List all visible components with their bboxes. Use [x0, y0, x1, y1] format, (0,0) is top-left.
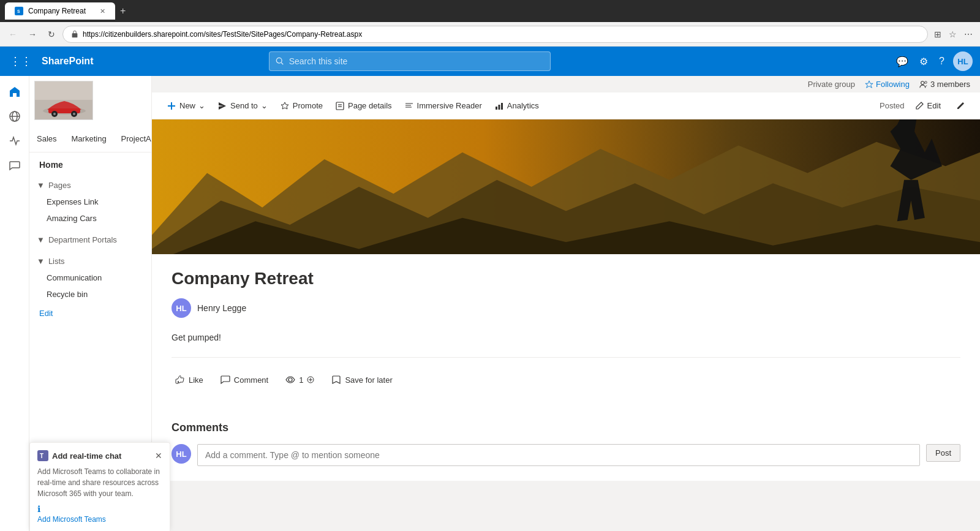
teams-panel-body: Add Microsoft Teams to collaborate in re…	[37, 466, 162, 499]
comment-button[interactable]: Comment	[217, 372, 272, 387]
sharepoint-header: ⋮⋮ SharePoint 💬 ⚙ ? HL	[0, 47, 980, 76]
refresh-button[interactable]: ↻	[44, 27, 59, 42]
help-icon[interactable]: ?	[937, 53, 947, 69]
star-icon	[865, 80, 873, 89]
post-comment-button[interactable]: Post	[926, 444, 960, 462]
action-bar: Like Comment 1 Save for later	[172, 367, 960, 392]
views-button[interactable]: 1	[282, 372, 318, 387]
chevron-down-icon: ▼	[37, 181, 45, 190]
private-group-bar: Private group Following 3 members	[152, 76, 980, 92]
send-chevron-icon: ⌄	[261, 101, 268, 110]
like-icon	[175, 375, 185, 385]
article-divider	[172, 357, 960, 358]
teams-info-icon: ℹ	[37, 504, 40, 514]
new-tab-button[interactable]: +	[120, 6, 126, 17]
nav-dept-section: ▼ Department Portals	[29, 229, 151, 250]
analytics-button[interactable]: Analytics	[489, 97, 544, 115]
nav-dept-toggle[interactable]: ▼ Department Portals	[29, 232, 151, 248]
nav-projectapex-link[interactable]: ProjectApex	[114, 127, 152, 149]
following-button[interactable]: Following	[865, 80, 910, 89]
teams-panel-title: T Add real-time chat	[37, 450, 121, 461]
promote-button[interactable]: Promote	[275, 97, 328, 115]
new-button[interactable]: New ⌄	[162, 97, 210, 115]
svg-rect-23	[496, 107, 497, 110]
browser-menu-button[interactable]: ⋯	[962, 27, 975, 42]
teams-icon: T	[37, 450, 48, 461]
svg-point-28	[288, 378, 292, 382]
nav-amazing-cars-link[interactable]: Amazing Cars	[29, 210, 151, 227]
svg-text:T: T	[40, 453, 43, 459]
sidebar-home-icon[interactable]	[4, 81, 26, 103]
edit-button[interactable]: Edit	[910, 97, 946, 115]
like-button[interactable]: Like	[172, 372, 207, 387]
waffle-menu-button[interactable]: ⋮⋮	[7, 52, 34, 70]
pages-section-label: Pages	[48, 181, 71, 190]
favorites-button[interactable]: ☆	[946, 27, 959, 42]
extensions-button[interactable]: ⊞	[932, 27, 944, 42]
svg-rect-20	[336, 102, 344, 110]
members-button[interactable]: 3 members	[919, 80, 970, 89]
user-avatar[interactable]: HL	[953, 51, 973, 71]
hero-image	[152, 119, 980, 254]
add-microsoft-teams-link[interactable]: Add Microsoft Teams	[37, 515, 106, 524]
search-container	[269, 51, 551, 71]
posted-label: Posted	[880, 101, 904, 110]
sidebar-globe-icon[interactable]	[4, 105, 26, 127]
tab-close-button[interactable]: ✕	[100, 7, 105, 15]
settings-icon[interactable]: ⚙	[917, 53, 930, 70]
pencil-icon	[956, 101, 965, 111]
search-input[interactable]	[289, 56, 544, 66]
site-logo-svg	[35, 81, 93, 120]
svg-point-13	[53, 113, 56, 115]
search-box[interactable]	[269, 51, 551, 71]
browser-nav-icons: ⊞ ☆ ⋯	[932, 27, 975, 42]
left-icon-sidebar	[0, 76, 29, 531]
url-input[interactable]	[83, 30, 920, 39]
immersive-reader-button[interactable]: Immersive Reader	[399, 97, 487, 115]
edit-pencil-button[interactable]	[951, 97, 970, 115]
svg-rect-24	[498, 105, 500, 110]
analytics-icon	[494, 101, 504, 111]
nav-expenses-link[interactable]: Expenses Link	[29, 194, 151, 210]
sidebar-chat-icon[interactable]	[4, 154, 26, 176]
author-name: Henry Legge	[197, 303, 246, 313]
forward-button[interactable]: →	[24, 27, 40, 42]
send-to-button[interactable]: Send to ⌄	[213, 97, 273, 115]
browser-chrome: S Company Retreat ✕ +	[0, 0, 980, 22]
browser-tab[interactable]: S Company Retreat ✕	[5, 2, 115, 20]
article-area: Company Retreat HL Henry Legge Get pumpe…	[152, 254, 980, 407]
nav-home-link[interactable]: Home	[29, 155, 151, 175]
nav-edit-link[interactable]: Edit	[29, 305, 151, 322]
people-icon	[919, 80, 928, 89]
save-for-later-button[interactable]: Save for later	[328, 372, 396, 387]
nav-communication-link[interactable]: Communication	[29, 269, 151, 286]
back-button[interactable]: ←	[5, 27, 21, 42]
nav-links: Home ▼ Pages Expenses Link Amazing Cars …	[29, 153, 151, 324]
comment-input[interactable]	[197, 444, 920, 466]
sharepoint-logo[interactable]: SharePoint	[42, 56, 93, 67]
author-avatar: HL	[172, 298, 191, 318]
tab-title: Company Retreat	[28, 7, 86, 15]
page-details-button[interactable]: Page details	[330, 97, 397, 115]
nav-lists-toggle[interactable]: ▼ Lists	[29, 253, 151, 269]
comments-section: Comments HL Post	[152, 407, 980, 481]
teams-panel-close-button[interactable]: ✕	[155, 451, 162, 461]
nav-recycle-bin-link[interactable]: Recycle bin	[29, 286, 151, 303]
nav-sales-link[interactable]: Sales	[29, 127, 64, 149]
nav-pages-toggle[interactable]: ▼ Pages	[29, 177, 151, 194]
chevron-right-icon: ▼	[37, 235, 45, 244]
views-icon	[285, 375, 295, 385]
sidebar-activity-icon[interactable]	[4, 130, 26, 152]
commenter-avatar: HL	[172, 444, 191, 464]
article-title: Company Retreat	[172, 269, 960, 288]
comment-input-row: HL Post	[172, 444, 960, 466]
page-details-icon	[335, 101, 345, 111]
nav-marketing-link[interactable]: Marketing	[64, 127, 114, 149]
chat-icon[interactable]: 💬	[894, 53, 911, 70]
command-bar: New ⌄ Send to ⌄ Promote Page details	[152, 92, 980, 119]
edit-icon	[914, 101, 924, 111]
site-logo-area	[29, 76, 151, 125]
address-bar[interactable]	[62, 26, 928, 43]
immersive-reader-icon	[404, 101, 414, 111]
command-bar-right: Posted Edit	[880, 97, 970, 115]
